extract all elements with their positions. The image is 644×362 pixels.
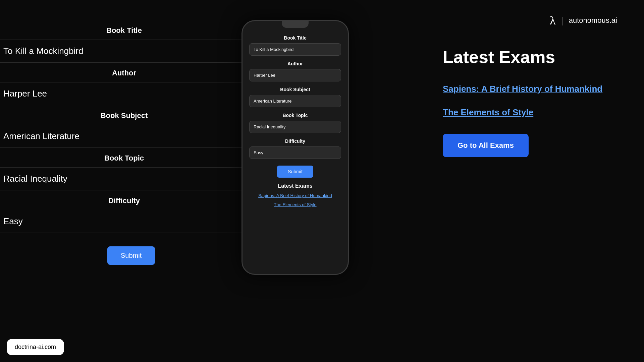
phone-notch [282, 21, 309, 28]
bg-form-submit-area: Submit [0, 233, 248, 265]
book-title-row: Book Title [0, 20, 248, 40]
author-label-row: Author [0, 63, 248, 82]
book-title-value-row: To Kill a Mockingbird [0, 40, 248, 63]
book-subject-label-row: Book Subject [0, 105, 248, 125]
right-panel: λ | autonomous.ai Latest Exams Sapiens: … [416, 0, 644, 362]
brand-divider: | [561, 15, 563, 26]
watermark-text: doctrina-ai.com [15, 344, 56, 350]
book-subject-value-row: American Literature [0, 125, 248, 148]
phone-book-topic-label: Book Topic [249, 113, 341, 118]
difficulty-label-row: Difficulty [0, 190, 248, 210]
book-topic-label: Book Topic [0, 148, 248, 167]
phone-exam-link-1[interactable]: The Elements of Style [249, 202, 341, 207]
book-subject-value: American Literature [0, 125, 248, 147]
difficulty-label: Difficulty [0, 190, 248, 210]
phone-book-title-label: Book Title [249, 35, 341, 41]
go-to-all-exams-button[interactable]: Go to All Exams [443, 134, 529, 157]
latest-exams-heading: Latest Exams [443, 48, 617, 67]
phone-book-subject-label: Book Subject [249, 87, 341, 92]
book-title-label: Book Title [0, 20, 248, 40]
book-topic-value: Racial Inequality [0, 168, 248, 190]
phone-book-subject-input[interactable] [249, 95, 341, 107]
phone-exam-link-0[interactable]: Sapiens: A Brief History of Humankind [249, 193, 341, 198]
brand-logo-symbol: λ [550, 13, 555, 27]
book-title-value: To Kill a Mockingbird [0, 40, 248, 62]
book-topic-value-row: Racial Inequality [0, 168, 248, 190]
phone-submit-button[interactable]: Submit [277, 166, 313, 178]
phone-latest-exams-title: Latest Exams [249, 183, 341, 189]
phone-mockup: Book Title Author Book Subject Book Topi… [241, 20, 349, 275]
phone-difficulty-label: Difficulty [249, 138, 341, 144]
author-value: Harper Lee [0, 82, 248, 105]
book-subject-label: Book Subject [0, 105, 248, 125]
bg-submit-button[interactable]: Submit [107, 246, 155, 265]
difficulty-value-row: Easy [0, 210, 248, 233]
brand-name: autonomous.ai [569, 16, 617, 25]
author-label: Author [0, 63, 248, 82]
phone-difficulty-input[interactable] [249, 146, 341, 159]
brand-header: λ | autonomous.ai [443, 13, 617, 27]
phone-author-label: Author [249, 61, 341, 66]
background-form: Book Title To Kill a Mockingbird Author … [0, 0, 248, 362]
phone-author-input[interactable] [249, 69, 341, 81]
right-exam-link-0[interactable]: Sapiens: A Brief History of Humankind [443, 83, 617, 95]
phone-book-topic-input[interactable] [249, 121, 341, 133]
watermark: doctrina-ai.com [7, 339, 64, 355]
phone-content: Book Title Author Book Subject Book Topi… [243, 28, 348, 274]
author-value-row: Harper Lee [0, 82, 248, 105]
right-exam-link-1[interactable]: The Elements of Style [443, 107, 617, 118]
difficulty-value: Easy [0, 210, 248, 233]
phone-book-title-input[interactable] [249, 43, 341, 56]
book-topic-label-row: Book Topic [0, 148, 248, 168]
